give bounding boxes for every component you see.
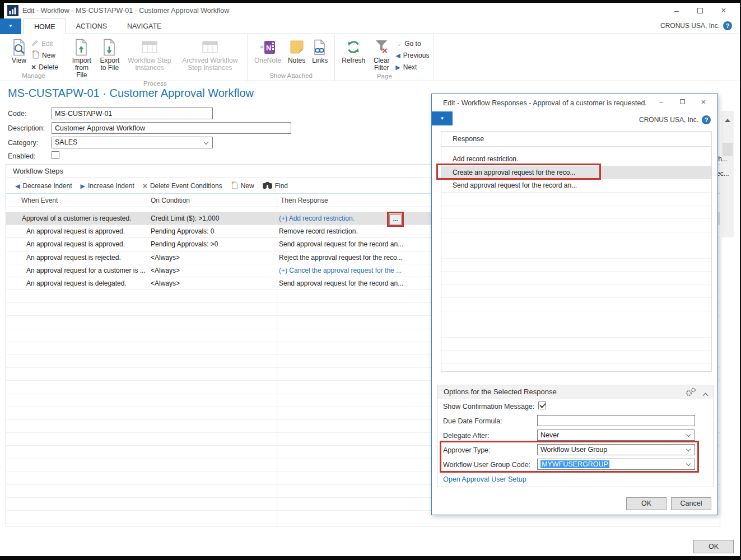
tab-home[interactable]: HOME [24, 18, 66, 35]
close-button[interactable]: × [712, 4, 735, 17]
maximize-button[interactable] [688, 4, 712, 17]
clear-filter-button[interactable]: × Clear Filter [370, 36, 393, 73]
dialog-maximize-button[interactable] [672, 96, 693, 108]
dialog-ok-button[interactable]: OK [626, 497, 667, 510]
increase-indent-icon: ▶ [81, 183, 85, 189]
application-menu-button[interactable]: ▼ [0, 18, 21, 34]
main-ok-button[interactable]: OK [693, 540, 734, 553]
find-button[interactable]: Find [260, 181, 290, 190]
delegate-after-label: Delegate After: [443, 432, 490, 440]
refresh-button[interactable]: Refresh [339, 36, 367, 66]
ribbon-group-page: Refresh × Clear Filter → Go to ◀ Previo [335, 34, 434, 81]
dialog-close-button[interactable]: × [693, 96, 714, 108]
next-button[interactable]: ▶ Next [395, 62, 429, 72]
collapse-icon[interactable] [703, 393, 709, 398]
list-item-selected[interactable]: Create an approval request for the reco.… [441, 166, 711, 180]
truncated-text-fragment: th... [716, 155, 728, 163]
scroll-thumb[interactable] [723, 143, 733, 156]
import-icon [74, 37, 89, 57]
ribbon-group-manage: View Edit New × Delete [4, 34, 63, 81]
enabled-checkbox[interactable] [52, 151, 59, 159]
edit-icon [31, 39, 39, 48]
svg-text:N: N [266, 44, 271, 52]
list-gap [441, 147, 711, 153]
code-label: Code: [8, 110, 26, 118]
goto-icon: → [395, 40, 402, 47]
delete-button[interactable]: × Delete [31, 62, 58, 72]
new-icon [31, 50, 39, 60]
onenote-icon: N [259, 37, 276, 57]
screen: Edit - Workflow - MS-CUSTAPW-01 · Custom… [0, 0, 741, 560]
workflow-user-group-code-select[interactable]: MYWFUSERGROUP [537, 459, 695, 470]
notes-button[interactable]: Notes [286, 36, 307, 66]
ribbon-group-label: Manage [9, 72, 58, 81]
main-titlebar: Edit - Workflow - MS-CUSTAPW-01 · Custom… [0, 3, 740, 18]
gears-icon[interactable] [684, 388, 697, 401]
show-confirmation-checkbox[interactable] [538, 402, 546, 409]
due-date-formula-label: Due Date Formula: [443, 417, 502, 425]
next-icon: ▶ [395, 64, 400, 71]
list-item[interactable]: Add record restriction. [441, 153, 711, 166]
ribbon-group-label: Page [339, 73, 429, 81]
chevron-down-icon [686, 447, 691, 451]
import-from-file-button[interactable]: Import from File [68, 36, 96, 80]
decrease-indent-icon: ◀ [15, 183, 20, 189]
edit-button: Edit [31, 39, 58, 48]
tab-navigate[interactable]: NAVIGATE [117, 18, 171, 34]
company-name: CRONUS USA, Inc. [660, 22, 720, 30]
dialog-cancel-button[interactable]: Cancel [671, 497, 711, 510]
workflow-user-group-code-label: Workflow User Group Code: [443, 461, 530, 469]
list-empty-area [441, 193, 711, 371]
archived-workflow-step-instances-icon [202, 37, 218, 57]
goto-button[interactable]: → Go to [395, 39, 429, 48]
view-button[interactable]: View [9, 36, 29, 66]
export-icon [102, 37, 117, 57]
new-step-button[interactable]: New [229, 181, 257, 191]
assist-edit-button[interactable]: ... [389, 214, 402, 225]
code-field[interactable] [52, 108, 213, 119]
options-header: Options for the Selected Response [437, 385, 713, 399]
list-item[interactable]: Send approval request for the record an.… [441, 179, 711, 193]
notes-icon [290, 37, 304, 57]
tab-actions[interactable]: ACTIONS [66, 18, 118, 34]
clear-filter-icon: × [374, 37, 389, 57]
dialog-menu-button[interactable]: ▼ [432, 111, 453, 125]
category-label: Category: [8, 139, 38, 147]
due-date-formula-field[interactable] [537, 415, 695, 426]
scroll-up-icon[interactable] [725, 119, 730, 122]
menu-bar: ▼ HOME ACTIONS NAVIGATE CRONUS USA, Inc.… [0, 18, 740, 34]
decrease-indent-button[interactable]: ◀Decrease Indent [13, 182, 74, 190]
export-to-file-button[interactable]: Export to File [98, 36, 122, 73]
minimize-button[interactable]: – [665, 4, 688, 17]
workflow-step-instances-icon [142, 37, 157, 57]
delete-event-conditions-button[interactable]: ×Delete Event Conditions [141, 182, 225, 190]
category-select[interactable]: SALES [52, 137, 213, 148]
previous-button[interactable]: ◀ Previous [395, 50, 429, 60]
delete-conditions-icon: × [143, 182, 147, 190]
approver-type-label: Approver Type: [443, 446, 491, 454]
view-icon [11, 37, 27, 57]
col-on-condition: On Condition [151, 197, 190, 204]
workflow-step-instances-button: Workflow Step Instances [124, 36, 175, 73]
help-icon[interactable]: ? [723, 21, 732, 30]
col-then-response: Then Response [281, 197, 328, 204]
links-icon [313, 37, 327, 57]
dialog-help-icon[interactable]: ? [702, 115, 711, 124]
dialog-minimize-button[interactable]: – [650, 96, 672, 108]
response-column-header: Response [441, 132, 711, 147]
description-field[interactable] [52, 122, 291, 134]
delegate-after-select[interactable]: Never [537, 430, 695, 441]
ribbon-group-label: Process [68, 80, 243, 87]
onenote-button[interactable]: N OneNote [252, 36, 283, 66]
increase-indent-button[interactable]: ▶Increase Indent [78, 182, 137, 190]
response-list: Response Add record restriction. Create … [441, 131, 712, 372]
new-button[interactable]: New [31, 50, 58, 60]
frame-notch [0, 3, 4, 18]
chevron-down-icon [686, 432, 691, 437]
bottom-frame [0, 556, 741, 560]
ribbon-group-label: Show Attached [252, 72, 330, 81]
description-label: Description: [8, 124, 45, 132]
open-approval-user-setup-link[interactable]: Open Approval User Setup [443, 475, 526, 483]
links-button[interactable]: Links [310, 36, 330, 66]
approver-type-select[interactable]: Workflow User Group [537, 444, 695, 455]
